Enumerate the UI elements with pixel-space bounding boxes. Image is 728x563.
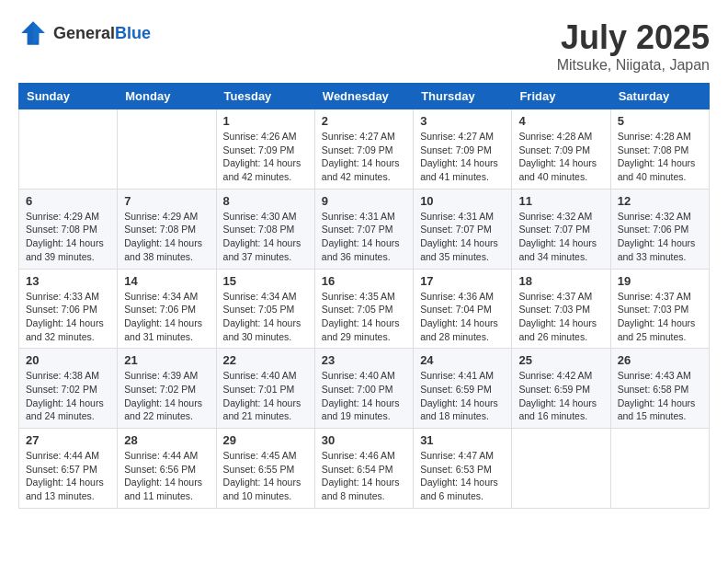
day-info: Sunrise: 4:43 AM Sunset: 6:58 PM Dayligh… [618, 369, 702, 423]
logo-blue: Blue [115, 24, 151, 42]
logo-general: General [53, 24, 115, 42]
day-of-week-header: Monday [118, 84, 216, 109]
calendar-day-cell: 22Sunrise: 4:40 AM Sunset: 7:01 PM Dayli… [216, 349, 314, 429]
calendar-day-cell: 14Sunrise: 4:34 AM Sunset: 7:06 PM Dayli… [118, 269, 216, 349]
calendar-day-cell: 3Sunrise: 4:27 AM Sunset: 7:09 PM Daylig… [414, 109, 512, 190]
day-info: Sunrise: 4:34 AM Sunset: 7:06 PM Dayligh… [124, 290, 209, 344]
day-number: 8 [223, 194, 308, 208]
day-of-week-header: Wednesday [314, 84, 413, 109]
calendar-day-cell: 21Sunrise: 4:39 AM Sunset: 7:02 PM Dayli… [118, 349, 216, 429]
day-info: Sunrise: 4:35 AM Sunset: 7:05 PM Dayligh… [322, 290, 406, 344]
day-info: Sunrise: 4:26 AM Sunset: 7:09 PM Dayligh… [223, 130, 308, 184]
calendar-day-cell: 17Sunrise: 4:36 AM Sunset: 7:04 PM Dayli… [414, 269, 512, 349]
day-info: Sunrise: 4:41 AM Sunset: 6:59 PM Dayligh… [420, 369, 505, 423]
day-info: Sunrise: 4:46 AM Sunset: 6:54 PM Dayligh… [322, 449, 406, 503]
day-info: Sunrise: 4:39 AM Sunset: 7:02 PM Dayligh… [124, 369, 209, 423]
day-info: Sunrise: 4:27 AM Sunset: 7:09 PM Dayligh… [420, 130, 505, 184]
day-number: 16 [322, 274, 406, 288]
day-info: Sunrise: 4:36 AM Sunset: 7:04 PM Dayligh… [420, 290, 505, 344]
day-number: 1 [223, 114, 308, 128]
day-number: 25 [518, 353, 603, 367]
day-info: Sunrise: 4:29 AM Sunset: 7:08 PM Dayligh… [124, 210, 209, 264]
day-number: 9 [322, 194, 406, 208]
day-number: 5 [618, 114, 702, 128]
calendar-day-cell: 28Sunrise: 4:44 AM Sunset: 6:56 PM Dayli… [118, 429, 216, 509]
day-info: Sunrise: 4:32 AM Sunset: 7:06 PM Dayligh… [618, 210, 702, 264]
calendar-week-row: 13Sunrise: 4:33 AM Sunset: 7:06 PM Dayli… [19, 269, 710, 349]
svg-marker-1 [33, 21, 45, 45]
month-title: July 2025 [557, 18, 710, 57]
day-info: Sunrise: 4:31 AM Sunset: 7:07 PM Dayligh… [420, 210, 505, 264]
calendar-day-cell: 8Sunrise: 4:30 AM Sunset: 7:08 PM Daylig… [216, 189, 314, 269]
day-number: 7 [124, 194, 209, 208]
calendar-day-cell: 1Sunrise: 4:26 AM Sunset: 7:09 PM Daylig… [216, 109, 314, 190]
calendar-day-cell: 4Sunrise: 4:28 AM Sunset: 7:09 PM Daylig… [512, 109, 610, 190]
day-info: Sunrise: 4:37 AM Sunset: 7:03 PM Dayligh… [618, 290, 702, 344]
calendar-day-cell: 30Sunrise: 4:46 AM Sunset: 6:54 PM Dayli… [314, 429, 413, 509]
day-info: Sunrise: 4:44 AM Sunset: 6:56 PM Dayligh… [124, 449, 209, 503]
calendar-week-row: 20Sunrise: 4:38 AM Sunset: 7:02 PM Dayli… [19, 349, 710, 429]
day-info: Sunrise: 4:27 AM Sunset: 7:09 PM Dayligh… [322, 130, 406, 184]
day-number: 12 [618, 194, 702, 208]
calendar-day-cell: 24Sunrise: 4:41 AM Sunset: 6:59 PM Dayli… [414, 349, 512, 429]
calendar-week-row: 1Sunrise: 4:26 AM Sunset: 7:09 PM Daylig… [19, 109, 710, 190]
day-number: 15 [223, 274, 308, 288]
calendar-day-cell: 16Sunrise: 4:35 AM Sunset: 7:05 PM Dayli… [314, 269, 413, 349]
day-number: 14 [124, 274, 209, 288]
day-info: Sunrise: 4:45 AM Sunset: 6:55 PM Dayligh… [223, 449, 308, 503]
calendar-day-cell [512, 429, 610, 509]
calendar-header-row: SundayMondayTuesdayWednesdayThursdayFrid… [19, 84, 710, 109]
day-number: 13 [26, 274, 110, 288]
calendar-day-cell [118, 109, 216, 190]
day-number: 31 [420, 433, 505, 447]
logo-text: GeneralBlue [53, 24, 151, 43]
calendar-day-cell: 26Sunrise: 4:43 AM Sunset: 6:58 PM Dayli… [610, 349, 709, 429]
day-number: 27 [26, 433, 110, 447]
day-info: Sunrise: 4:29 AM Sunset: 7:08 PM Dayligh… [26, 210, 110, 264]
calendar-day-cell: 27Sunrise: 4:44 AM Sunset: 6:57 PM Dayli… [19, 429, 118, 509]
calendar-day-cell: 11Sunrise: 4:32 AM Sunset: 7:07 PM Dayli… [512, 189, 610, 269]
day-info: Sunrise: 4:30 AM Sunset: 7:08 PM Dayligh… [223, 210, 308, 264]
calendar-day-cell: 31Sunrise: 4:47 AM Sunset: 6:53 PM Dayli… [414, 429, 512, 509]
calendar-day-cell: 25Sunrise: 4:42 AM Sunset: 6:59 PM Dayli… [512, 349, 610, 429]
day-number: 3 [420, 114, 505, 128]
day-number: 18 [518, 274, 603, 288]
day-info: Sunrise: 4:28 AM Sunset: 7:08 PM Dayligh… [618, 130, 702, 184]
day-info: Sunrise: 4:40 AM Sunset: 7:00 PM Dayligh… [322, 369, 406, 423]
location-title: Mitsuke, Niigata, Japan [557, 57, 710, 74]
page-header: GeneralBlue July 2025 Mitsuke, Niigata, … [18, 18, 710, 74]
day-number: 11 [518, 194, 603, 208]
logo-icon [18, 18, 48, 48]
day-info: Sunrise: 4:47 AM Sunset: 6:53 PM Dayligh… [420, 449, 505, 503]
day-number: 17 [420, 274, 505, 288]
day-info: Sunrise: 4:33 AM Sunset: 7:06 PM Dayligh… [26, 290, 110, 344]
day-number: 22 [223, 353, 308, 367]
day-of-week-header: Tuesday [216, 84, 314, 109]
day-number: 10 [420, 194, 505, 208]
day-of-week-header: Friday [512, 84, 610, 109]
day-info: Sunrise: 4:38 AM Sunset: 7:02 PM Dayligh… [26, 369, 110, 423]
calendar-day-cell: 23Sunrise: 4:40 AM Sunset: 7:00 PM Dayli… [314, 349, 413, 429]
logo: GeneralBlue [18, 18, 151, 48]
day-of-week-header: Sunday [19, 84, 118, 109]
day-info: Sunrise: 4:31 AM Sunset: 7:07 PM Dayligh… [322, 210, 406, 264]
calendar-day-cell: 5Sunrise: 4:28 AM Sunset: 7:08 PM Daylig… [610, 109, 709, 190]
day-info: Sunrise: 4:28 AM Sunset: 7:09 PM Dayligh… [518, 130, 603, 184]
calendar-day-cell [610, 429, 709, 509]
calendar-day-cell: 12Sunrise: 4:32 AM Sunset: 7:06 PM Dayli… [610, 189, 709, 269]
calendar-day-cell: 9Sunrise: 4:31 AM Sunset: 7:07 PM Daylig… [314, 189, 413, 269]
day-number: 26 [618, 353, 702, 367]
calendar-day-cell: 15Sunrise: 4:34 AM Sunset: 7:05 PM Dayli… [216, 269, 314, 349]
day-info: Sunrise: 4:44 AM Sunset: 6:57 PM Dayligh… [26, 449, 110, 503]
day-number: 19 [618, 274, 702, 288]
title-block: July 2025 Mitsuke, Niigata, Japan [557, 18, 710, 74]
day-number: 6 [26, 194, 110, 208]
day-of-week-header: Thursday [414, 84, 512, 109]
calendar-day-cell: 18Sunrise: 4:37 AM Sunset: 7:03 PM Dayli… [512, 269, 610, 349]
calendar-day-cell: 13Sunrise: 4:33 AM Sunset: 7:06 PM Dayli… [19, 269, 118, 349]
calendar-day-cell: 6Sunrise: 4:29 AM Sunset: 7:08 PM Daylig… [19, 189, 118, 269]
day-info: Sunrise: 4:40 AM Sunset: 7:01 PM Dayligh… [223, 369, 308, 423]
day-info: Sunrise: 4:34 AM Sunset: 7:05 PM Dayligh… [223, 290, 308, 344]
calendar-day-cell: 20Sunrise: 4:38 AM Sunset: 7:02 PM Dayli… [19, 349, 118, 429]
day-number: 30 [322, 433, 406, 447]
